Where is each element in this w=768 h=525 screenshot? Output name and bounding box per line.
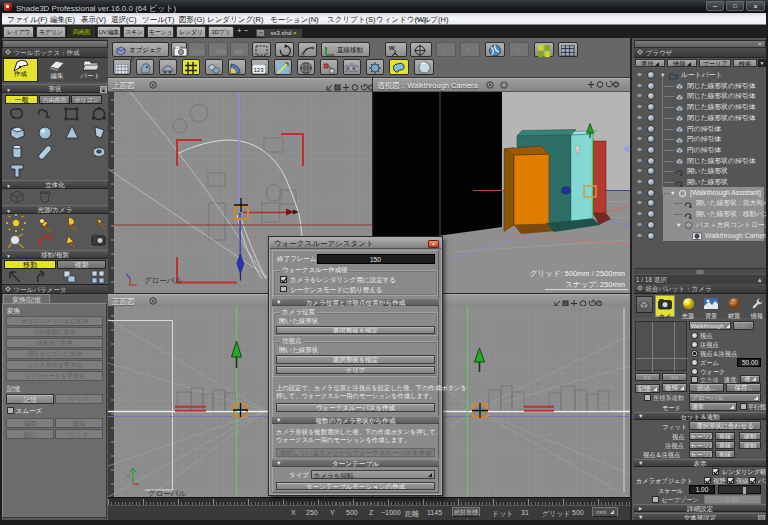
svg-text:W: W [389,45,395,51]
svg-text:グローバル: グローバル [144,276,183,285]
svg-text:グリッド: 500mm / 2500mm: グリッド: 500mm / 2500mm [530,269,625,278]
svg-text:グローバル: グローバル [148,489,187,497]
svg-text:Y: Y [126,473,130,479]
svg-text:123: 123 [254,67,265,73]
svg-text:スナップ: 250mm: スナップ: 250mm [565,280,625,289]
